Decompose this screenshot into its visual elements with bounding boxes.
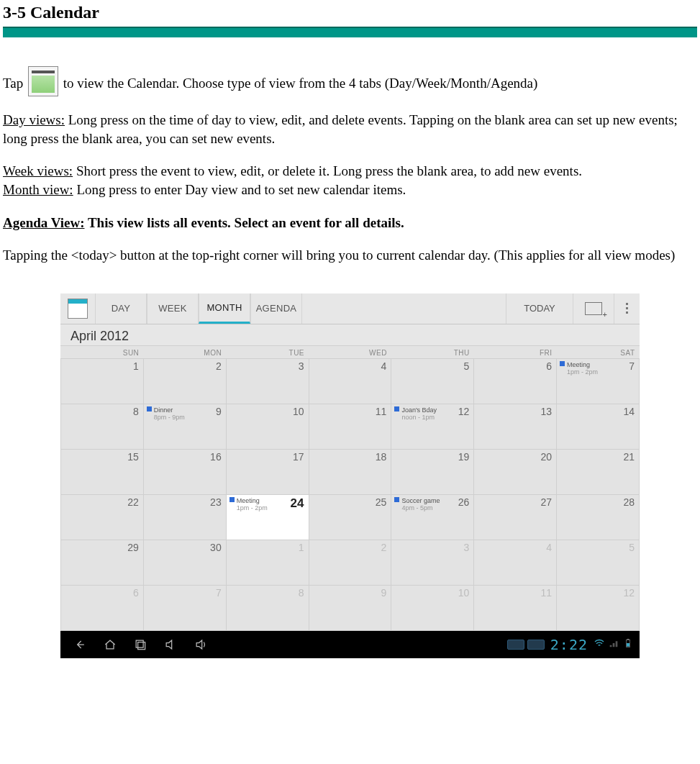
calendar-day-cell[interactable]: 8 (226, 585, 309, 630)
volume-up-button[interactable] (186, 635, 216, 654)
day-number: 10 (293, 406, 304, 417)
calendar-day-cell[interactable]: 29 (61, 540, 144, 585)
calendar-day-cell[interactable]: 22 (61, 494, 144, 540)
home-button[interactable] (95, 635, 125, 654)
day-number: 20 (540, 451, 552, 463)
day-number: 13 (540, 406, 552, 417)
day-number: 17 (293, 451, 304, 463)
calendar-day-cell[interactable]: 27 (474, 494, 557, 540)
recent-apps-button[interactable] (125, 635, 155, 654)
tab-agenda[interactable]: AGENDA (250, 294, 302, 324)
calendar-day-cell[interactable]: 6 (474, 358, 557, 404)
day-number: 9 (216, 406, 222, 417)
calendar-day-cell[interactable]: 11 (474, 585, 557, 630)
calendar-day-cell[interactable]: 15 (61, 449, 144, 494)
calendar-day-cell[interactable]: 18 (309, 449, 391, 494)
calendar-day-cell[interactable]: 23 (143, 494, 226, 540)
calendar-day-cell[interactable]: 3 (226, 358, 309, 404)
day-number: 29 (127, 542, 139, 553)
calendar-day-cell[interactable]: 9 (309, 585, 391, 630)
recent-apps-icon (133, 637, 147, 652)
day-number: 2 (216, 360, 222, 372)
calendar-event[interactable]: Dinner8pm - 9pm (147, 406, 185, 422)
calendar-event[interactable]: Meeting1pm - 2pm (560, 361, 598, 376)
day-number: 2 (381, 542, 387, 553)
new-event-button[interactable] (573, 294, 614, 324)
calendar-day-cell[interactable]: 10 (226, 404, 309, 449)
agenda-view-text: This view lists all events. Select an ev… (84, 215, 404, 230)
status-pill (527, 640, 545, 650)
calendar-day-cell[interactable]: 13 (474, 404, 557, 449)
status-pill (507, 640, 524, 650)
agenda-view-paragraph: Agenda View: This view lists all events.… (3, 214, 697, 232)
today-button[interactable]: TODAY (506, 294, 573, 324)
day-number: 15 (127, 451, 139, 463)
calendar-day-cell[interactable]: 4 (474, 540, 557, 585)
month-view-text: Long press to enter Day view and to set … (73, 182, 406, 197)
back-button[interactable] (65, 635, 95, 654)
calendar-day-cell[interactable]: 21 (557, 449, 640, 494)
week-views-paragraph: Week views: Short press the event to vie… (3, 162, 697, 181)
day-number: 4 (546, 542, 552, 553)
overflow-menu-icon (626, 303, 628, 314)
calendar-topbar: DAY WEEK MONTH AGENDA TODAY (60, 294, 640, 324)
calendar-day-cell[interactable]: 17 (226, 449, 309, 494)
calendar-day-cell[interactable]: 9Dinner8pm - 9pm (143, 404, 226, 449)
day-number: 28 (623, 496, 635, 508)
day-number: 6 (546, 360, 552, 372)
week-views-label: Week views: (3, 163, 73, 178)
svg-rect-0 (136, 640, 143, 647)
dow-header: SUN (61, 346, 144, 359)
volume-down-button[interactable] (155, 635, 186, 654)
tab-day[interactable]: DAY (95, 294, 147, 324)
calendar-event[interactable]: Soccer game4pm - 5pm (394, 497, 440, 512)
day-views-label: Day views: (3, 112, 65, 127)
volume-up-icon (194, 637, 208, 652)
calendar-day-cell[interactable]: 25 (309, 494, 391, 540)
calendar-day-cell[interactable]: 6 (61, 585, 144, 630)
calendar-event[interactable]: Joan's Bdaynoon - 1pm (394, 406, 437, 422)
calendar-day-cell[interactable]: 16 (143, 449, 226, 494)
calendar-day-cell[interactable]: 24Meeting1pm - 2pm (226, 494, 309, 540)
dow-header: FRI (474, 346, 557, 359)
tab-week[interactable]: WEEK (147, 294, 199, 324)
calendar-grid: SUNMONTUEWEDTHUFRISAT 1234567Meeting1pm … (60, 346, 640, 631)
calendar-day-cell[interactable]: 1 (61, 358, 144, 404)
back-icon (73, 637, 87, 652)
calendar-day-cell[interactable]: 2 (143, 358, 226, 404)
calendar-event[interactable]: Meeting1pm - 2pm (229, 497, 268, 512)
calendar-day-cell[interactable]: 7Meeting1pm - 2pm (557, 358, 640, 404)
calendar-day-cell[interactable]: 8 (61, 404, 144, 449)
calendar-day-cell[interactable]: 12Joan's Bdaynoon - 1pm (391, 404, 474, 449)
day-number: 24 (291, 496, 304, 511)
calendar-day-cell[interactable]: 5 (557, 540, 640, 585)
intro-text-b: to view the Calendar. Choose type of vie… (63, 76, 538, 91)
calendar-day-cell[interactable]: 3 (391, 540, 474, 585)
calendar-icon[interactable] (60, 294, 95, 324)
day-views-paragraph: Day views: Long press on the time of day… (3, 111, 697, 147)
day-number: 18 (376, 451, 387, 463)
calendar-day-cell[interactable]: 20 (474, 449, 557, 494)
day-number: 1 (133, 360, 139, 372)
calendar-day-cell[interactable]: 2 (309, 540, 391, 585)
day-number: 21 (623, 451, 635, 463)
calendar-day-cell[interactable]: 14 (557, 404, 640, 449)
tab-month[interactable]: MONTH (199, 294, 250, 324)
view-tabs: DAY WEEK MONTH AGENDA (95, 294, 302, 324)
calendar-day-cell[interactable]: 11 (309, 404, 391, 449)
calendar-day-cell[interactable]: 7 (143, 585, 226, 630)
day-number: 23 (210, 496, 222, 508)
day-number: 8 (133, 406, 139, 417)
day-number: 8 (299, 587, 304, 599)
calendar-day-cell[interactable]: 5 (391, 358, 474, 404)
battery-icon (622, 637, 634, 651)
calendar-day-cell[interactable]: 26Soccer game4pm - 5pm (391, 494, 474, 540)
calendar-day-cell[interactable]: 4 (309, 358, 391, 404)
calendar-day-cell[interactable]: 28 (557, 494, 640, 540)
calendar-day-cell[interactable]: 10 (391, 585, 474, 630)
calendar-day-cell[interactable]: 19 (391, 449, 474, 494)
calendar-day-cell[interactable]: 12 (557, 585, 640, 630)
calendar-day-cell[interactable]: 1 (226, 540, 309, 585)
overflow-menu-button[interactable] (614, 294, 640, 324)
calendar-day-cell[interactable]: 30 (143, 540, 226, 585)
